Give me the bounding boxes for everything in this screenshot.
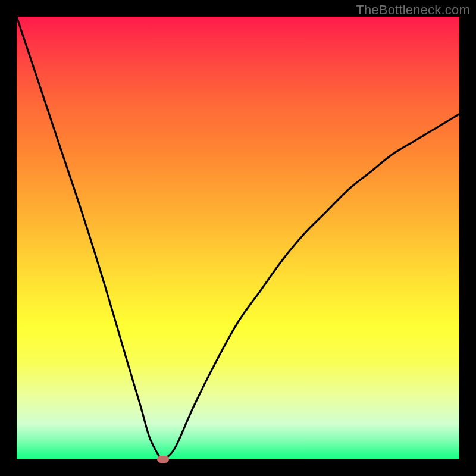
optimum-marker xyxy=(157,456,169,463)
plot-area xyxy=(17,17,459,459)
chart-container: TheBottleneck.com xyxy=(0,0,476,476)
bottleneck-curve-path xyxy=(17,17,459,459)
curve-svg xyxy=(17,17,459,459)
watermark-text: TheBottleneck.com xyxy=(356,2,470,18)
